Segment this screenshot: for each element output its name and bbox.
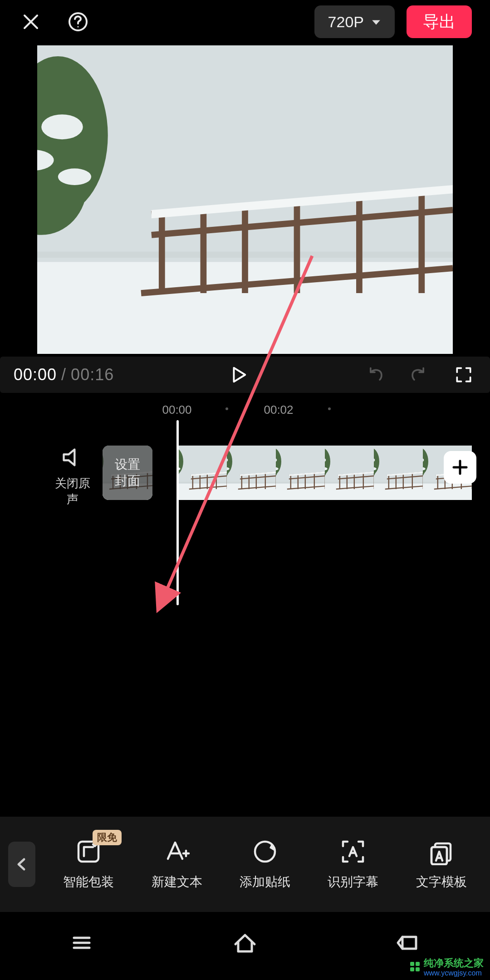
svg-rect-13 [431, 847, 447, 864]
limit-free-badge: 限免 [93, 830, 122, 845]
svg-rect-17 [416, 962, 420, 966]
ruler-mark: 00:00 [162, 403, 191, 417]
duration: 00:16 [71, 365, 114, 384]
tool-smart-package[interactable]: 限免 智能包装 [54, 838, 122, 891]
watermark: 纯净系统之家 www.ycwgjsy.com [409, 956, 484, 977]
new-text-icon [163, 838, 191, 865]
time-display: 00:00 / 00:16 [14, 365, 114, 384]
text-template-icon [428, 838, 455, 865]
svg-rect-16 [410, 962, 414, 966]
tool-new-text[interactable]: 新建文本 [143, 838, 211, 891]
playhead[interactable] [176, 420, 179, 605]
close-icon[interactable] [18, 9, 44, 34]
tool-auto-caption[interactable]: 识别字幕 [319, 838, 387, 891]
back-button[interactable] [8, 842, 35, 887]
fullscreen-button[interactable] [451, 362, 476, 387]
add-clip-button[interactable] [444, 451, 476, 484]
undo-button[interactable] [362, 362, 387, 387]
video-clip[interactable] [178, 446, 490, 500]
caret-down-icon [371, 13, 381, 31]
nav-home-icon[interactable] [233, 931, 257, 957]
svg-point-9 [78, 26, 79, 28]
auto-caption-icon [339, 838, 367, 865]
play-button[interactable] [225, 362, 251, 387]
help-icon[interactable] [65, 9, 91, 34]
timeline-ruler[interactable]: 00:00 00:02 [0, 399, 490, 420]
tool-add-sticker[interactable]: 添加贴纸 [231, 838, 299, 891]
nav-back-icon[interactable] [396, 931, 421, 957]
video-preview[interactable] [37, 45, 453, 354]
set-cover-button[interactable]: 设置 封面 [103, 446, 152, 500]
ruler-mark: 00:02 [264, 403, 293, 417]
svg-rect-18 [410, 967, 414, 971]
redo-button[interactable] [407, 362, 432, 387]
cover-label: 设置 封面 [115, 456, 140, 489]
timeline[interactable]: 关闭原声 设置 封面 [0, 420, 490, 647]
svg-rect-19 [416, 967, 420, 971]
resolution-label: 720P [328, 13, 364, 31]
resolution-selector[interactable]: 720P [314, 5, 395, 38]
mute-original-sound[interactable]: 关闭原声 [50, 446, 95, 507]
tool-text-template[interactable]: 文字模板 [407, 838, 475, 891]
sticker-icon [251, 838, 279, 865]
text-toolbar: 限免 智能包装 新建文本 添加贴纸 [0, 817, 490, 912]
export-button[interactable]: 导出 [407, 5, 472, 38]
svg-point-11 [255, 842, 275, 862]
current-time: 00:00 [14, 365, 57, 384]
nav-recent-icon[interactable] [69, 931, 94, 957]
